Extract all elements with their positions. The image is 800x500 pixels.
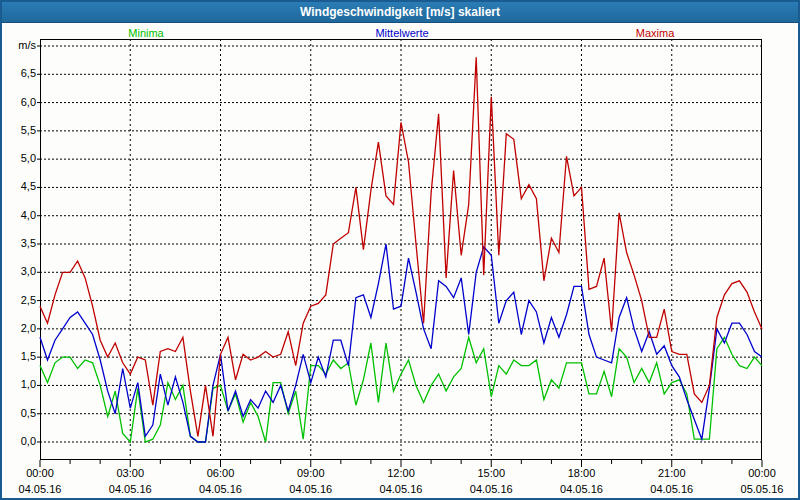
y-tick-label: 2,0 — [4, 322, 36, 335]
x-tick-date: 04.05.16 — [186, 483, 256, 496]
y-tick-label: 5,0 — [4, 152, 36, 165]
series-mittelwerte — [40, 244, 762, 442]
x-tick-date: 04.05.16 — [276, 483, 346, 496]
y-tick-label: 6,5 — [4, 67, 36, 80]
y-tick-label: 3,0 — [4, 265, 36, 278]
y-tick-label: 1,5 — [4, 350, 36, 363]
legend-item-maxima: Maxima — [636, 27, 675, 39]
y-tick-label: 6,0 — [4, 96, 36, 109]
wind-speed-chart — [40, 39, 762, 472]
y-axis-unit-label: m/s — [4, 39, 36, 52]
x-tick-date: 04.05.16 — [456, 483, 526, 496]
x-tick-date: 04.05.16 — [637, 483, 707, 496]
legend-item-minima: Minima — [128, 27, 163, 39]
x-tick-date: 04.05.16 — [5, 483, 75, 496]
x-tick-date: 05.05.16 — [727, 483, 797, 496]
x-tick-date: 04.05.16 — [95, 483, 165, 496]
chart-plot-area — [40, 39, 762, 460]
y-tick-label: 4,5 — [4, 180, 36, 193]
x-tick-date: 04.05.16 — [366, 483, 436, 496]
y-tick-label: 0,0 — [4, 435, 36, 448]
y-tick-label: 0,5 — [4, 407, 36, 420]
x-tick-date: 04.05.16 — [547, 483, 617, 496]
title-bar: Windgeschwindigkeit [m/s] skaliert — [2, 2, 798, 23]
app-window: Windgeschwindigkeit [m/s] skaliert Minim… — [0, 0, 800, 500]
y-tick-label: 1,0 — [4, 378, 36, 391]
y-tick-label: 2,5 — [4, 294, 36, 307]
y-tick-label: 5,5 — [4, 124, 36, 137]
page-title: Windgeschwindigkeit [m/s] skaliert — [300, 5, 500, 19]
y-tick-label: 3,5 — [4, 237, 36, 250]
y-tick-label: 4,0 — [4, 209, 36, 222]
legend-item-mittelwerte: Mittelwerte — [375, 27, 428, 39]
